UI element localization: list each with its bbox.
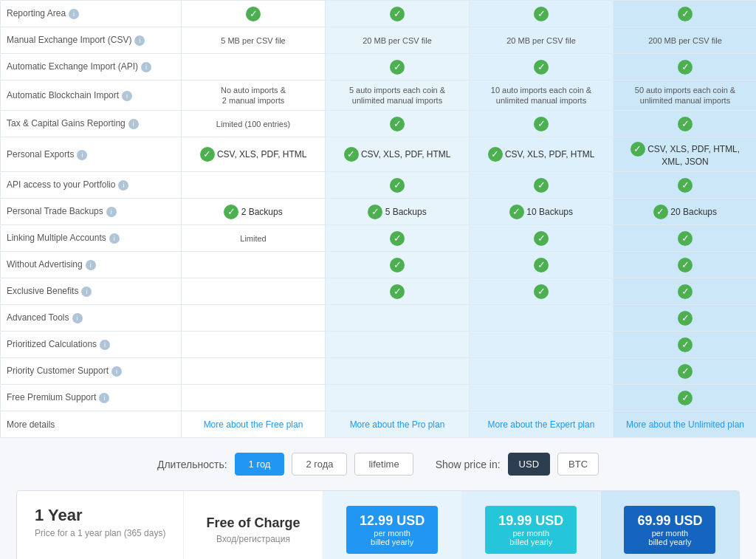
- cell-text: CSV, XLS, PDF, HTML: [505, 149, 595, 160]
- feature-cell: Priority Customer Supporti: [1, 358, 182, 385]
- plan-cell-free: More about the Free plan: [182, 411, 326, 438]
- plan-cell-pro: ✓: [326, 225, 470, 252]
- info-icon[interactable]: i: [111, 366, 122, 377]
- more-link-pro[interactable]: More about the Pro plan: [350, 419, 445, 430]
- cell-text: 10 auto imports each coin & unlimited ma…: [491, 86, 591, 105]
- plan-cell-expert: ✓ 10 Backups: [470, 199, 614, 225]
- more-link-unlimited[interactable]: More about the Unlimited plan: [626, 419, 744, 430]
- plan-price-pro: 12.99 USD per month billed yearly: [323, 491, 462, 559]
- more-link-free[interactable]: More about the Free plan: [204, 419, 303, 430]
- feature-cell: Linking Multiple Accountsi: [1, 225, 182, 252]
- expert-price-btn[interactable]: 19.99 USD per month billed yearly: [485, 506, 577, 554]
- pro-amount: 12.99 USD: [360, 513, 425, 529]
- info-icon[interactable]: i: [77, 150, 87, 160]
- info-icon[interactable]: i: [72, 313, 83, 323]
- currency-btc[interactable]: BTC: [557, 453, 599, 476]
- feature-label: Personal Exports: [7, 149, 74, 160]
- plan-cell-unlimited: ✓: [614, 111, 757, 137]
- check-icon: ✓: [630, 142, 645, 157]
- info-icon[interactable]: i: [69, 9, 79, 19]
- feature-label: Prioritized Calculations: [7, 339, 97, 349]
- duration-bar: Длительность: 1 год 2 года lifetime Show…: [0, 453, 756, 476]
- plan-cell-free: [182, 278, 326, 305]
- info-icon[interactable]: i: [106, 207, 117, 217]
- check-icon: ✓: [224, 205, 238, 219]
- table-row: Automatic Blockchain ImportiNo auto impo…: [1, 80, 757, 111]
- pro-price-btn[interactable]: 12.99 USD per month billed yearly: [346, 506, 438, 554]
- plan-cell-pro: 20 MB per CSV file: [326, 27, 470, 54]
- feature-label: Free Premium Support: [7, 392, 96, 402]
- plan-cell-free: [182, 172, 326, 199]
- check-icon: ✓: [534, 117, 549, 131]
- check-icon: ✓: [678, 178, 693, 193]
- table-row: Linking Multiple AccountsiLimited✓✓✓: [1, 225, 757, 252]
- info-icon[interactable]: i: [100, 340, 110, 350]
- plan-cell-pro: [326, 332, 470, 358]
- plan-cell-unlimited: ✓: [614, 358, 757, 385]
- plan-cell-unlimited: ✓: [614, 172, 757, 199]
- check-icon: ✓: [200, 147, 215, 162]
- plan-cell-expert: 10 auto imports each coin & unlimited ma…: [470, 80, 614, 111]
- check-icon: ✓: [678, 364, 693, 379]
- duration-2years[interactable]: 2 года: [292, 453, 347, 476]
- duration-label: Длительность:: [157, 459, 227, 470]
- plan-cell-pro: ✓: [326, 54, 470, 80]
- cell-text: CSV, XLS, PDF, HTML, XML, JSON: [647, 144, 740, 167]
- cell-text: CSV, XLS, PDF, HTML: [217, 149, 307, 160]
- feature-label: Automatic Exchange Import (API): [7, 61, 138, 72]
- info-icon[interactable]: i: [122, 91, 132, 101]
- unlimited-amount: 69.99 USD: [637, 513, 702, 529]
- check-icon: ✓: [678, 284, 693, 299]
- check-icon: ✓: [678, 258, 693, 272]
- plan-cell-free: [182, 252, 326, 278]
- plan-cell-pro: ✓: [326, 111, 470, 137]
- feature-label: Priority Customer Support: [7, 366, 109, 376]
- plan-cell-unlimited: ✓: [614, 225, 757, 252]
- feature-cell: Prioritized Calculationsi: [1, 332, 182, 358]
- check-icon: ✓: [653, 205, 668, 219]
- feature-label: Automatic Blockchain Import: [7, 90, 119, 100]
- cell-text: 5 auto imports each coin & unlimited man…: [349, 86, 445, 105]
- table-row: Exclusive Benefitsi✓✓✓: [1, 278, 757, 305]
- plan-cell-pro: ✓: [326, 1, 470, 27]
- info-icon[interactable]: i: [109, 233, 120, 244]
- cell-text: 2 Backups: [241, 207, 283, 217]
- year-title: 1 Year: [35, 506, 165, 525]
- info-icon[interactable]: i: [99, 393, 109, 403]
- table-row: Without Advertisingi✓✓✓: [1, 252, 757, 278]
- plan-cell-pro: ✓ CSV, XLS, PDF, HTML: [326, 137, 470, 172]
- plan-cell-free: [182, 54, 326, 80]
- cell-text: No auto imports & 2 manual imports: [221, 86, 286, 105]
- currency-usd[interactable]: USD: [508, 453, 550, 476]
- info-icon[interactable]: i: [86, 260, 96, 270]
- cell-text: CSV, XLS, PDF, HTML: [361, 149, 451, 160]
- info-icon[interactable]: i: [134, 35, 145, 46]
- cell-text: 5 MB per CSV file: [221, 36, 285, 45]
- check-icon: ✓: [678, 337, 693, 352]
- plan-cell-expert: ✓: [470, 1, 614, 27]
- features-table: Reporting Areai✓✓✓✓Manual Exchange Impor…: [0, 0, 756, 438]
- price-label: Show price in:: [436, 459, 501, 470]
- expert-billed: billed yearly: [498, 538, 563, 546]
- cell-text: 10 Backups: [526, 207, 573, 217]
- duration-lifetime[interactable]: lifetime: [354, 453, 413, 476]
- plan-price-unlimited: 69.99 USD per month billed yearly: [601, 491, 739, 559]
- feature-label: Reporting Area: [7, 8, 66, 18]
- year-subtitle: Price for a 1 year plan (365 days): [35, 528, 165, 538]
- info-icon[interactable]: i: [141, 62, 151, 72]
- expert-amount: 19.99 USD: [498, 513, 563, 529]
- plan-cell-free: ✓: [182, 1, 326, 27]
- table-row: Free Premium Supporti✓: [1, 385, 757, 411]
- info-icon[interactable]: i: [81, 287, 92, 297]
- plan-cell-free: [182, 305, 326, 332]
- info-icon[interactable]: i: [118, 180, 128, 191]
- cell-text: 200 MB per CSV file: [648, 36, 722, 45]
- duration-1year[interactable]: 1 год: [235, 453, 285, 476]
- check-icon: ✓: [534, 7, 549, 21]
- plan-cell-expert: ✓: [470, 278, 614, 305]
- info-icon[interactable]: i: [128, 119, 139, 129]
- year-pricing-row: 1 Year Price for a 1 year plan (365 days…: [16, 490, 740, 559]
- more-link-expert[interactable]: More about the Expert plan: [488, 419, 595, 430]
- unlimited-price-btn[interactable]: 69.99 USD per month billed yearly: [624, 506, 715, 554]
- plan-cell-expert: ✓: [470, 54, 614, 80]
